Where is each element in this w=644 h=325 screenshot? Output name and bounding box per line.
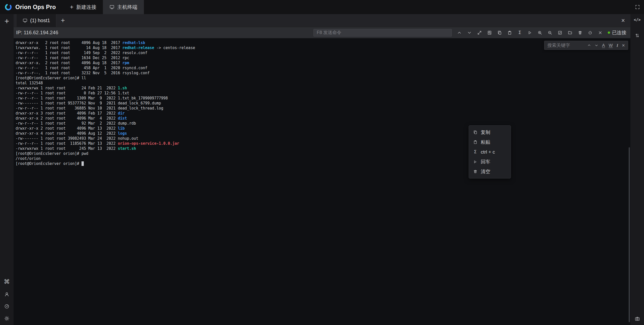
- match-case-button[interactable]: A: [602, 43, 605, 48]
- terminal-line: -rw-r--r--. 1 root root 3232 Nov 5 2016 …: [16, 70, 630, 76]
- fullscreen-icon[interactable]: [635, 5, 640, 10]
- menu-label: 新建连接: [76, 4, 96, 11]
- terminal-line: drwxr-xr-x 3 root root 4096 Feb 17 2022 …: [16, 111, 630, 116]
- power-icon[interactable]: [588, 30, 593, 35]
- terminal-line: drwxr-xr-x. 2 root root 4096 Aug 18 2017…: [16, 60, 630, 65]
- terminal-line: -rw-r--r-- 1 root root 92 Mar 2 2022 dum…: [16, 121, 630, 126]
- terminal-line: drwxr-xr-x 2 root root 4096 Mar 4 2022 d…: [16, 116, 630, 121]
- terminal-line: drwxr-xr-x 2 root root 4096 Mar 13 2022 …: [16, 126, 630, 131]
- terminal-line: [root@OrionEcsServer orion]# pwd: [16, 151, 630, 156]
- command-input[interactable]: [313, 29, 452, 37]
- find-next-button[interactable]: [595, 44, 598, 47]
- tab-host1[interactable]: (1) host1: [16, 14, 56, 27]
- code-icon[interactable]: </>: [634, 18, 640, 22]
- context-menu-label: 回车: [481, 159, 490, 165]
- sigma-icon: Σ: [473, 150, 477, 154]
- paste-icon[interactable]: [507, 30, 512, 35]
- camera-icon[interactable]: [635, 316, 640, 321]
- whole-word-button[interactable]: W: [609, 43, 613, 48]
- left-sidebar: + ⌘: [0, 14, 14, 325]
- play-icon[interactable]: [527, 30, 532, 35]
- search-close-button[interactable]: ×: [622, 43, 625, 48]
- terminal-line: drwxr-xr-x 2 root root 4096 Aug 18 2017 …: [16, 40, 630, 45]
- zoom-out-icon[interactable]: [547, 30, 552, 35]
- terminal-line: -rwxrwxrwx 1 root root 245 Mar 13 2022 s…: [16, 146, 630, 151]
- terminal-line: -rw-r--r-- 1 root root 0 Feb 27 12:56 1.…: [16, 91, 630, 96]
- terminal-icon: [22, 18, 27, 23]
- gauge-icon[interactable]: [4, 304, 9, 309]
- context-menu-item-clear[interactable]: 清空: [469, 167, 511, 176]
- plus-icon[interactable]: +: [5, 17, 9, 25]
- scroll-up-icon[interactable]: [457, 30, 462, 35]
- copy-icon: [473, 130, 477, 135]
- context-menu-item-ctrl-c[interactable]: Σ ctrl + c: [469, 147, 511, 157]
- expand-icon[interactable]: [477, 30, 482, 35]
- app-logo-icon: [5, 3, 12, 11]
- terminal-line: -rw-r--r-- 1 root root 1185676 Mar 13 20…: [16, 141, 630, 146]
- terminal-line: [root@OrionEcsServer orion]#: [16, 161, 630, 166]
- context-menu-label: 粘贴: [481, 139, 490, 146]
- menu-label: 主机终端: [117, 4, 137, 11]
- context-menu: 复制 粘贴 Σ ctrl + c 回车: [469, 125, 511, 178]
- context-menu-label: 复制: [481, 129, 490, 136]
- gear-icon[interactable]: [4, 316, 9, 321]
- terminal-line: lrwxrwxrwx. 1 root root 14 Aug 18 2017 r…: [16, 45, 630, 50]
- plus-icon: +: [70, 4, 73, 10]
- terminal-icon: [109, 5, 114, 10]
- menu-new-connection[interactable]: + 新建连接: [63, 0, 103, 14]
- menu-host-terminal[interactable]: 主机终端: [103, 0, 144, 14]
- topbar: Orion Ops Pro + 新建连接 主机终端: [0, 0, 644, 14]
- terminal-line: -rw-r--r-- 1 root root 1309 Mar 9 2022 1…: [16, 96, 630, 101]
- terminal-search-panel: A W I ×: [544, 41, 628, 50]
- close-icon[interactable]: ×: [621, 17, 625, 24]
- search-icon[interactable]: [487, 30, 492, 35]
- center-column: (1) host1 + × IP: 116.62.194.246: [14, 14, 630, 325]
- terminal-line: total 132548: [16, 81, 630, 86]
- terminal-line: /root/orion: [16, 156, 630, 161]
- terminal-line: -rw------- 1 root root 39082493 Mar 24 2…: [16, 136, 630, 141]
- user-icon[interactable]: [4, 292, 9, 297]
- terminal-line: -rw------- 1 root root 95377762 Nov 9 20…: [16, 101, 630, 106]
- context-menu-item-enter[interactable]: 回车: [469, 157, 511, 167]
- context-menu-item-copy[interactable]: 复制: [469, 127, 511, 137]
- context-menu-label: ctrl + c: [481, 149, 495, 155]
- terminal-area[interactable]: drwxr-xr-x 2 root root 4096 Aug 18 2017 …: [14, 38, 630, 325]
- terminal-line: -rw-r--r-- 1 root root 1634 Dec 25 2012 …: [16, 55, 630, 60]
- new-tab-button[interactable]: +: [61, 17, 65, 24]
- zoom-in-icon[interactable]: [537, 30, 542, 35]
- terminal-line: drwxr-xr-x 4 root root 4096 Aug 12 2022 …: [16, 131, 630, 136]
- status-dot-icon: [608, 31, 610, 34]
- app-title: Orion Ops Pro: [15, 4, 56, 11]
- terminal-line: -rw-r--r-- 1 root root 36885 Nov 10 2021…: [16, 106, 630, 111]
- find-prev-button[interactable]: [587, 44, 591, 47]
- scroll-down-icon[interactable]: [467, 30, 472, 35]
- top-menu: + 新建连接 主机终端: [63, 0, 144, 14]
- tab-bar: (1) host1 + ×: [14, 14, 630, 27]
- connection-status: 已连接: [608, 29, 626, 36]
- folder-icon[interactable]: [568, 30, 573, 35]
- toolbar-icons: Σ: [457, 30, 603, 35]
- command-icon[interactable]: ⌘: [4, 279, 10, 285]
- regex-button[interactable]: I: [617, 43, 618, 48]
- topbar-right: [635, 0, 644, 14]
- brand: Orion Ops Pro: [0, 0, 63, 14]
- search-input[interactable]: [547, 43, 584, 48]
- context-menu-label: 清空: [481, 168, 490, 175]
- copy-icon[interactable]: [497, 30, 502, 35]
- terminal-toolbar: IP: 116.62.194.246 Σ: [14, 27, 630, 38]
- sort-icon[interactable]: [635, 33, 639, 38]
- context-menu-item-paste[interactable]: 粘贴: [469, 137, 511, 147]
- terminal-line: -rw-r--r-- 1 root root 458 Apr 1 2020 rs…: [16, 65, 630, 70]
- terminal-output: drwxr-xr-x 2 root root 4096 Aug 18 2017 …: [16, 40, 630, 166]
- close-icon[interactable]: [598, 30, 603, 35]
- checkbox-icon[interactable]: [557, 30, 562, 35]
- enter-icon: [473, 160, 477, 164]
- terminal-scrollbar[interactable]: [629, 147, 630, 322]
- terminal-line: [root@OrionEcsServer orion]# ll: [16, 76, 630, 81]
- right-sidebar: </>: [630, 14, 644, 325]
- trash-icon[interactable]: [578, 30, 583, 35]
- terminal-line: -rw-r--r-- 1 root root 149 Sep 2 2022 re…: [16, 50, 630, 55]
- sigma-icon[interactable]: Σ: [517, 30, 522, 35]
- left-sidebar-bottom: ⌘: [4, 279, 10, 325]
- terminal-line: -rwxrwxrwx 1 root root 24 Feb 21 2022 1.…: [16, 86, 630, 91]
